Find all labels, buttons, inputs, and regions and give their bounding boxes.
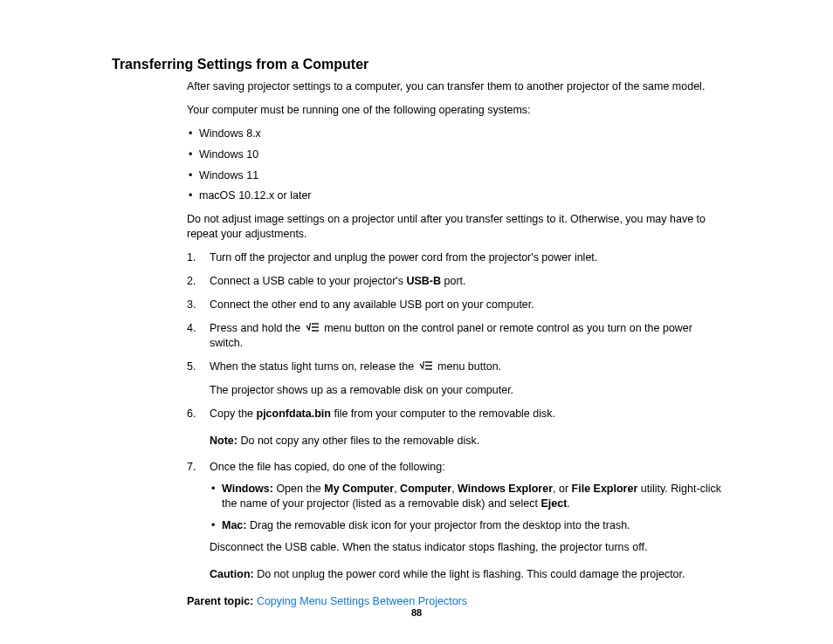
eject-label: Eject	[540, 497, 567, 510]
windows-label: Windows:	[222, 483, 273, 495]
intro-paragraph-2: Your computer must be running one of the…	[187, 103, 728, 118]
step-5-text-b: menu button.	[435, 360, 501, 373]
step-7: Once the file has copied, do one of the …	[187, 460, 728, 581]
menu-icon	[306, 321, 320, 336]
usb-b-label: USB-B	[406, 275, 441, 287]
step-2-text-a: Connect a USB cable to your projector's	[210, 275, 406, 287]
filename-label: pjconfdata.bin	[257, 408, 331, 420]
list-item: Windows 8.x	[187, 127, 728, 141]
step-1: Turn off the projector and unplug the po…	[187, 250, 728, 265]
menu-icon	[419, 360, 433, 374]
list-item: Windows 10	[187, 147, 728, 162]
step-7-post: Disconnect the USB cable. When the statu…	[210, 540, 728, 555]
t: Open the	[273, 483, 324, 495]
list-item: Mac: Drag the removable disk icon for yo…	[210, 518, 728, 533]
note-text: Do not copy any other files to the remov…	[238, 435, 479, 447]
warning-paragraph: Do not adjust image settings on a projec…	[187, 212, 728, 242]
t: , or	[553, 483, 572, 495]
step-4: Press and hold the menu button on the co…	[187, 321, 728, 351]
note-block: Note: Do not copy any other files to the…	[210, 434, 728, 449]
step-5-sub: The projector shows up as a removable di…	[210, 383, 728, 398]
computer-label: Computer	[400, 483, 451, 495]
steps-list: Turn off the projector and unplug the po…	[187, 250, 728, 582]
step-5: When the status light turns on, release …	[187, 360, 728, 398]
intro-paragraph-1: After saving projector settings to a com…	[187, 79, 728, 94]
caution-label: Caution:	[210, 568, 254, 580]
parent-topic: Parent topic: Copying Menu Settings Betw…	[187, 594, 728, 609]
list-item: Windows: Open the My Computer, Computer,…	[210, 482, 728, 511]
parent-topic-link[interactable]: Copying Menu Settings Between Projectors	[257, 595, 467, 607]
step-2-text-c: port.	[441, 275, 466, 287]
step-6-text-c: file from your computer to the removable…	[331, 408, 555, 420]
note-label: Note:	[210, 435, 238, 447]
step-3: Connect the other end to any available U…	[187, 298, 728, 312]
mac-text: Drag the removable disk icon for your pr…	[246, 519, 630, 531]
os-list: Windows 8.x Windows 10 Windows 11 macOS …	[187, 127, 728, 204]
mac-label: Mac:	[222, 519, 246, 531]
step-6: Copy the pjconfdata.bin file from your c…	[187, 407, 728, 449]
list-item: Windows 11	[187, 168, 728, 183]
windows-explorer-label: Windows Explorer	[458, 483, 553, 495]
step-7-sublist: Windows: Open the My Computer, Computer,…	[210, 482, 728, 533]
page-number: 88	[0, 607, 833, 618]
parent-topic-label: Parent topic:	[187, 595, 253, 607]
step-4-text-a: Press and hold the	[210, 322, 304, 334]
my-computer-label: My Computer	[324, 483, 394, 495]
step-5-text-a: When the status light turns on, release …	[210, 360, 417, 373]
body-content: After saving projector settings to a com…	[187, 79, 728, 609]
document-page: Transferring Settings from a Computer Af…	[0, 0, 833, 609]
page-heading: Transferring Settings from a Computer	[112, 57, 728, 72]
caution-block: Caution: Do not unplug the power cord wh…	[210, 567, 728, 582]
step-2: Connect a USB cable to your projector's …	[187, 274, 728, 289]
step-6-text-a: Copy the	[210, 408, 257, 420]
file-explorer-label: File Explorer	[572, 483, 638, 495]
step-7-text: Once the file has copied, do one of the …	[210, 461, 445, 473]
list-item: macOS 10.12.x or later	[187, 188, 728, 203]
caution-text: Do not unplug the power cord while the l…	[254, 568, 685, 580]
t: .	[567, 497, 569, 510]
